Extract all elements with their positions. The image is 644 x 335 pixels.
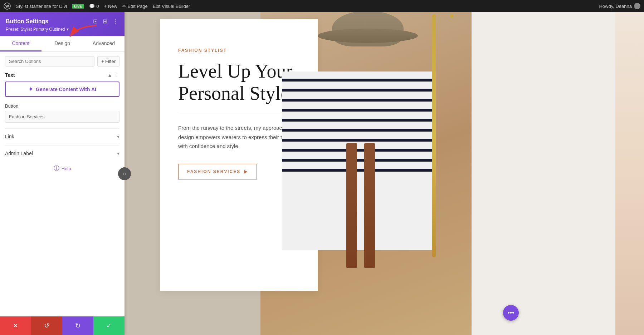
stripe-10 bbox=[282, 169, 436, 172]
panel-title: Button Settings bbox=[6, 18, 48, 25]
avatar bbox=[634, 3, 640, 9]
live-badge: Live bbox=[72, 4, 84, 9]
button-field-label: Button bbox=[5, 103, 119, 109]
bag-strap-1 bbox=[346, 143, 357, 268]
gold-rack-top bbox=[450, 14, 454, 18]
stripe-5 bbox=[282, 119, 436, 122]
stripe-1 bbox=[282, 79, 436, 82]
undo-button[interactable]: ↺ bbox=[31, 316, 62, 335]
generate-ai-button[interactable]: ✦ Generate Content With AI bbox=[5, 82, 119, 97]
stripe-4 bbox=[282, 109, 436, 112]
right-edge-image bbox=[615, 12, 644, 335]
screenshot-icon-button[interactable]: ⊡ bbox=[92, 17, 98, 25]
link-accordion-chevron-icon: ▾ bbox=[117, 134, 119, 139]
more-options-icon-button[interactable]: ⋮ bbox=[112, 17, 119, 25]
comments-icon: 💬 bbox=[89, 4, 95, 9]
heading-line2: Personal Style bbox=[178, 83, 289, 104]
help-circle-icon: ⓘ bbox=[54, 165, 59, 172]
stripe-3 bbox=[282, 99, 436, 102]
stripe-2 bbox=[282, 89, 436, 92]
settings-panel: Button Settings ⊡ ⊞ ⋮ Preset: Stylist Pr… bbox=[0, 12, 125, 335]
search-row: + Filter bbox=[5, 56, 119, 66]
bag-strap-2 bbox=[364, 143, 375, 268]
cancel-icon: ✕ bbox=[13, 322, 18, 330]
preset-arrow-icon: ▾ bbox=[67, 27, 69, 32]
cancel-button[interactable]: ✕ bbox=[0, 316, 31, 335]
wordpress-logo-icon: W bbox=[4, 3, 11, 10]
bottom-toolbar: ✕ ↺ ↻ ✓ bbox=[0, 316, 125, 335]
exit-visual-builder-button[interactable]: Exit Visual Builder bbox=[153, 4, 190, 9]
admin-label-accordion: Admin Label ▾ bbox=[5, 145, 119, 156]
dots-fab-button[interactable]: ••• bbox=[503, 305, 519, 321]
content-area: FASHION STYLIST Level Up Your Personal S… bbox=[125, 12, 644, 335]
cta-label: FASHION SERVICES bbox=[187, 169, 240, 174]
heading-line1: Level Up Your bbox=[178, 60, 293, 82]
save-icon: ✓ bbox=[106, 322, 112, 330]
drag-handle[interactable]: ↔ bbox=[118, 167, 131, 180]
card-divider bbox=[178, 113, 300, 113]
tab-content[interactable]: Content bbox=[0, 36, 42, 51]
tab-design[interactable]: Design bbox=[42, 36, 83, 51]
hat-brim bbox=[318, 29, 418, 43]
link-accordion-header[interactable]: Link ▾ bbox=[5, 134, 119, 139]
link-accordion: Link ▾ bbox=[5, 128, 119, 139]
text-section-header: Text ▲ ⋮ bbox=[5, 72, 119, 78]
ai-button-label: Generate Content With AI bbox=[36, 87, 96, 92]
button-field-group: Button bbox=[5, 103, 119, 123]
admin-label-accordion-chevron-icon: ▾ bbox=[117, 151, 119, 156]
undo-icon: ↺ bbox=[44, 322, 49, 330]
new-button[interactable]: + New bbox=[104, 4, 117, 9]
text-section-menu-icon[interactable]: ⋮ bbox=[114, 72, 119, 78]
settings-tabs: Content Design Advanced bbox=[0, 36, 125, 52]
card-body-text: From the runway to the streets, my appro… bbox=[178, 123, 300, 151]
admin-bar: W Stylist starter site for Divi Live 💬 0… bbox=[0, 0, 644, 12]
comments-count[interactable]: 💬 0 bbox=[89, 4, 99, 9]
text-section-collapse-icon[interactable]: ▲ bbox=[107, 72, 112, 78]
ai-sparkle-icon: ✦ bbox=[28, 86, 33, 93]
admin-label-accordion-title: Admin Label bbox=[5, 151, 33, 156]
howdy-text: Howdy, Deanna bbox=[599, 4, 632, 9]
stripe-6 bbox=[282, 129, 436, 132]
text-section-title: Text bbox=[5, 72, 15, 78]
dots-fab-icon: ••• bbox=[508, 309, 514, 317]
search-input-wrap[interactable] bbox=[5, 56, 94, 66]
admin-label-accordion-header[interactable]: Admin Label ▾ bbox=[5, 151, 119, 156]
save-button[interactable]: ✓ bbox=[93, 316, 125, 335]
cta-arrow-icon: ▶ bbox=[244, 169, 248, 174]
help-label: Help bbox=[62, 166, 71, 171]
stripe-7 bbox=[282, 139, 436, 142]
help-row[interactable]: ⓘ Help bbox=[5, 165, 119, 172]
panel-body: + Filter Text ▲ ⋮ ✦ Generate Content Wit… bbox=[0, 52, 125, 316]
gold-rack-vertical bbox=[432, 14, 436, 257]
svg-text:W: W bbox=[5, 4, 9, 8]
redo-icon: ↻ bbox=[75, 322, 80, 330]
page-content: FASHION STYLIST Level Up Your Personal S… bbox=[125, 12, 644, 335]
fashion-services-cta-button[interactable]: FASHION SERVICES ▶ bbox=[178, 164, 257, 179]
panel-header: Button Settings ⊡ ⊞ ⋮ Preset: Stylist Pr… bbox=[0, 12, 125, 36]
button-text-input[interactable] bbox=[5, 111, 119, 123]
edit-page-button[interactable]: ✏ Edit Page bbox=[122, 4, 148, 9]
filter-button[interactable]: + Filter bbox=[97, 56, 119, 66]
link-accordion-title: Link bbox=[5, 134, 14, 139]
card-eyebrow: FASHION STYLIST bbox=[178, 48, 300, 53]
redo-button[interactable]: ↻ bbox=[62, 316, 93, 335]
search-input[interactable] bbox=[9, 59, 91, 64]
preset-label: Preset: Stylist Primary Outlined bbox=[6, 27, 65, 32]
preset-selector[interactable]: Preset: Stylist Primary Outlined ▾ bbox=[6, 27, 119, 32]
card-heading: Level Up Your Personal Style bbox=[178, 60, 300, 104]
layout-icon-button[interactable]: ⊞ bbox=[102, 17, 108, 25]
site-name[interactable]: Stylist starter site for Divi bbox=[16, 4, 67, 9]
stripe-9 bbox=[282, 159, 436, 162]
stripe-8 bbox=[282, 149, 436, 152]
tab-advanced[interactable]: Advanced bbox=[83, 36, 125, 51]
